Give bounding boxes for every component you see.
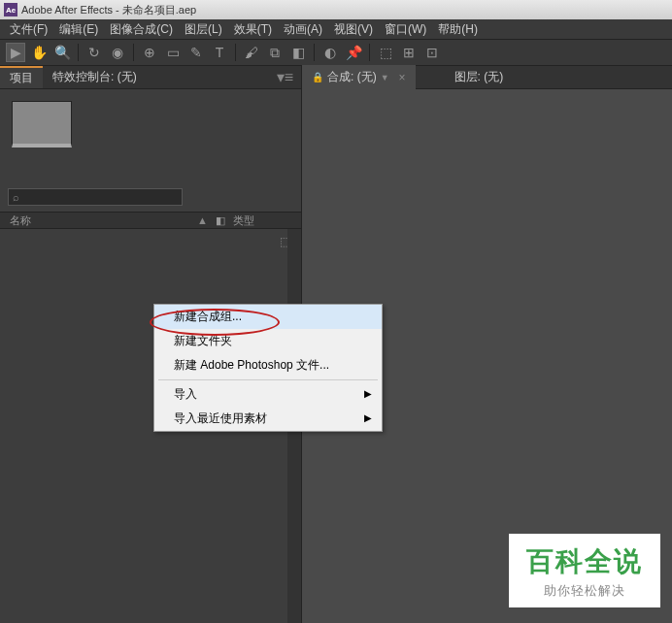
submenu-arrow-icon: ▶ (364, 412, 372, 423)
column-name[interactable]: 名称 (10, 213, 197, 228)
selection-tool[interactable]: ▶ (6, 43, 25, 62)
tab-layer[interactable]: 图层: (无) (445, 65, 514, 89)
toolbar: ▶ ✋ 🔍 ↻ ◉ ⊕ ▭ ✎ T 🖌 ⧉ ◧ ◐ 📌 ⬚ ⊞ ⊡ (0, 39, 672, 66)
ctx-import-label: 导入 (174, 387, 197, 401)
puppet-tool[interactable]: 📌 (344, 43, 363, 62)
tab-composition[interactable]: 🔒 合成: (无) ▼ × (302, 65, 416, 89)
ctx-import-recent-label: 导入最近使用素材 (174, 411, 267, 425)
world-axis-icon[interactable]: ⊞ (399, 43, 419, 62)
column-type[interactable]: 类型 (233, 213, 291, 228)
lock-icon: 🔒 (312, 72, 323, 82)
submenu-arrow-icon: ▶ (364, 388, 372, 399)
hand-tool[interactable]: ✋ (29, 43, 49, 62)
search-icon: ⌕ (13, 191, 19, 203)
anchor-tool[interactable]: ⊕ (140, 43, 159, 62)
layer-tab-label: 图层: (无) (454, 69, 504, 85)
thumbnail-area (0, 89, 301, 159)
ctx-new-folder[interactable]: 新建文件夹 (154, 329, 382, 353)
menu-composition[interactable]: 图像合成(C) (104, 19, 179, 40)
preview-thumbnail (12, 101, 72, 148)
menu-separator (158, 379, 378, 380)
panel-menu-icon[interactable]: ▾≡ (269, 68, 301, 86)
menu-view[interactable]: 视图(V) (328, 19, 379, 40)
menu-help[interactable]: 帮助(H) (432, 19, 484, 40)
ctx-new-composition[interactable]: 新建合成组... (154, 305, 382, 329)
menu-layer[interactable]: 图层(L) (179, 19, 228, 40)
menu-edit[interactable]: 编辑(E) (53, 19, 104, 40)
separator (314, 44, 315, 61)
search-input[interactable] (23, 191, 178, 203)
menu-effect[interactable]: 效果(T) (228, 19, 278, 40)
sort-icon[interactable]: ▲ (197, 214, 208, 226)
separator (78, 44, 79, 61)
text-tool[interactable]: T (210, 43, 229, 62)
pen-tool[interactable]: ✎ (186, 43, 206, 62)
chevron-down-icon[interactable]: ▼ (381, 73, 389, 82)
separator (133, 44, 134, 61)
right-tab-row: 🔒 合成: (无) ▼ × 图层: (无) (302, 66, 672, 89)
menu-file[interactable]: 文件(F) (4, 19, 53, 40)
close-icon[interactable]: × (399, 71, 406, 84)
label-icon[interactable]: ◧ (216, 214, 225, 227)
tab-project[interactable]: 项目 (0, 66, 43, 88)
menubar: 文件(F) 编辑(E) 图像合成(C) 图层(L) 效果(T) 动画(A) 视图… (0, 19, 672, 39)
context-menu: 新建合成组... 新建文件夹 新建 Adobe Photoshop 文件... … (153, 304, 383, 432)
window-title: Adobe After Effects - 未命名项目.aep (21, 3, 196, 17)
watermark-title: 百科全说 (526, 543, 643, 580)
search-row: ⌕ (0, 188, 301, 206)
brush-tool[interactable]: 🖌 (242, 43, 261, 62)
separator (369, 44, 370, 61)
roto-tool[interactable]: ◐ (320, 43, 340, 62)
menu-animation[interactable]: 动画(A) (278, 19, 328, 40)
watermark-subtitle: 助你轻松解决 (526, 582, 643, 600)
watermark: 百科全说 助你轻松解决 (509, 534, 660, 607)
camera-tool[interactable]: ◉ (108, 43, 127, 62)
view-axis-icon[interactable]: ⊡ (422, 43, 442, 62)
project-list-header: 名称 ▲ ◧ 类型 (0, 212, 301, 229)
search-box[interactable]: ⌕ (8, 188, 183, 206)
clone-tool[interactable]: ⧉ (265, 43, 285, 62)
ctx-import[interactable]: 导入 ▶ (154, 382, 382, 407)
zoom-tool[interactable]: 🔍 (52, 43, 72, 62)
comp-tab-label: 合成: (无) (327, 69, 377, 85)
tab-effects-controls[interactable]: 特效控制台: (无) (43, 66, 147, 88)
titlebar: Ae Adobe After Effects - 未命名项目.aep (0, 0, 672, 19)
menu-window[interactable]: 窗口(W) (379, 19, 432, 40)
local-axis-icon[interactable]: ⬚ (376, 43, 395, 62)
ctx-import-recent[interactable]: 导入最近使用素材 ▶ (154, 407, 382, 431)
app-icon: Ae (4, 3, 17, 16)
separator (235, 44, 236, 61)
mask-tool[interactable]: ▭ (163, 43, 183, 62)
rotate-tool[interactable]: ↻ (84, 43, 104, 62)
eraser-tool[interactable]: ◧ (288, 43, 308, 62)
left-tab-row: 项目 特效控制台: (无) ▾≡ (0, 66, 301, 89)
ctx-new-photoshop-file[interactable]: 新建 Adobe Photoshop 文件... (154, 353, 382, 377)
